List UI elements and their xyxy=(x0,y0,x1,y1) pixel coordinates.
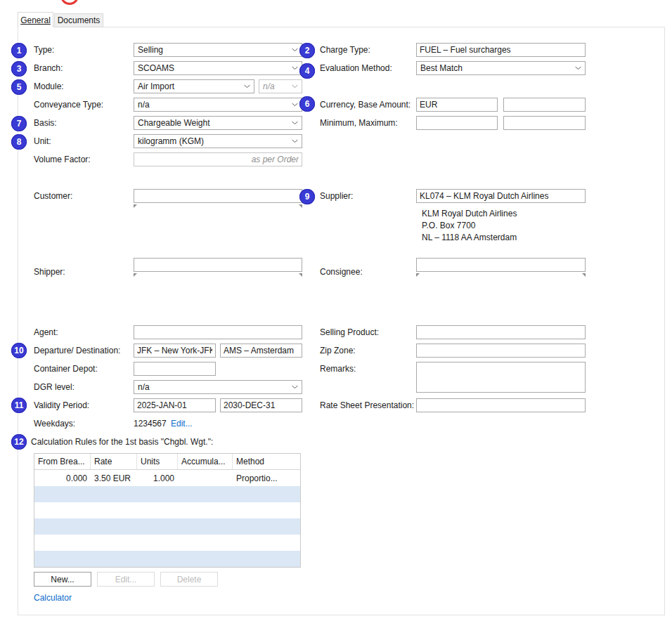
customer-label: Customer: xyxy=(34,191,72,201)
chevron-down-icon xyxy=(575,67,581,70)
weekdays-edit-link[interactable]: Edit... xyxy=(171,419,193,429)
agent-label: Agent: xyxy=(34,327,58,337)
evaluation-method-dropdown[interactable]: Best Match xyxy=(416,61,586,75)
zip-zone-input[interactable] xyxy=(416,344,586,358)
dgr-level-dropdown[interactable]: n/a xyxy=(134,380,302,394)
empty-table-row xyxy=(34,551,300,567)
column-header[interactable]: Accumula... xyxy=(178,454,233,469)
evaluation-method-value: Best Match xyxy=(420,63,463,73)
validity-from-input[interactable] xyxy=(134,398,216,412)
cell-from-break: 0.000 xyxy=(34,473,91,483)
module-secondary-dropdown[interactable]: n/a xyxy=(259,79,302,93)
column-header[interactable]: From Brea... xyxy=(34,454,91,469)
empty-table-row xyxy=(34,486,300,502)
module-dropdown[interactable]: Air Import xyxy=(134,79,254,93)
annotation-badge-2: 2 xyxy=(299,43,315,58)
chevron-down-icon xyxy=(292,103,298,107)
calculator-link[interactable]: Calculator xyxy=(34,593,72,603)
expand-indicator xyxy=(582,273,586,277)
annotation-badge-4: 4 xyxy=(299,63,315,79)
branch-dropdown[interactable]: SCOAMS xyxy=(134,61,302,75)
departure-destination-label: Departure/ Destination: xyxy=(34,346,120,355)
branch-value: SCOAMS xyxy=(138,63,174,73)
base-amount-input[interactable] xyxy=(503,98,586,112)
agent-input[interactable] xyxy=(134,325,302,339)
evaluation-method-label: Evaluation Method: xyxy=(320,63,392,73)
column-header[interactable]: Method xyxy=(233,454,300,469)
edit-button-label: Edit... xyxy=(115,575,137,584)
chevron-down-icon xyxy=(292,48,298,52)
cell-units: 1.000 xyxy=(137,473,178,483)
annotation-badge-11: 11 xyxy=(11,398,27,413)
shipper-input[interactable] xyxy=(134,258,302,272)
table-row[interactable]: 0.000 3.50 EUR 1.000 Proportio... xyxy=(34,470,300,486)
delete-button[interactable]: Delete xyxy=(160,572,218,587)
annotation-badge-8: 8 xyxy=(11,134,27,150)
delete-button-label: Delete xyxy=(177,575,202,584)
destination-input[interactable] xyxy=(220,344,302,358)
supplier-input[interactable] xyxy=(416,189,586,203)
chevron-down-icon xyxy=(292,85,298,89)
conveyance-type-label: Conveyance Type: xyxy=(34,100,103,110)
expand-indicator xyxy=(299,204,302,208)
tab-general[interactable]: General xyxy=(18,12,53,27)
maximum-input[interactable] xyxy=(503,116,586,130)
selling-product-label: Selling Product: xyxy=(320,327,379,337)
cell-method: Proportio... xyxy=(233,473,300,483)
supplier-address-line1: KLM Royal Dutch Airlines xyxy=(422,208,517,220)
remarks-label: Remarks: xyxy=(320,364,356,374)
rate-sheet-presentation-input[interactable] xyxy=(416,398,586,412)
charge-type-label: Charge Type: xyxy=(320,45,370,55)
consignee-label: Consignee: xyxy=(320,267,363,277)
zip-zone-label: Zip Zone: xyxy=(320,346,356,355)
type-dropdown[interactable]: Selling xyxy=(134,43,302,57)
new-button[interactable]: New... xyxy=(34,572,91,587)
chevron-down-icon xyxy=(292,122,298,125)
empty-table-row xyxy=(34,518,300,535)
minimum-input[interactable] xyxy=(416,116,498,130)
container-depot-input[interactable] xyxy=(134,362,216,376)
calc-rules-table[interactable]: From Brea... Rate Units Accumula... Meth… xyxy=(34,453,301,568)
currency-base-amount-label: Currency, Base Amount: xyxy=(320,100,411,110)
validity-to-input[interactable] xyxy=(220,398,302,412)
branch-label: Branch: xyxy=(34,63,63,73)
annotation-badge-1: 1 xyxy=(11,43,27,58)
chevron-down-icon xyxy=(292,140,298,143)
currency-input[interactable] xyxy=(416,98,498,112)
column-header[interactable]: Units xyxy=(137,454,178,469)
basis-dropdown[interactable]: Chargeable Weight xyxy=(134,116,302,130)
conveyance-type-dropdown[interactable]: n/a xyxy=(134,98,302,112)
minimum-maximum-label: Minimum, Maximum: xyxy=(320,118,398,128)
red-annotation-arc xyxy=(60,0,79,5)
consignee-input[interactable] xyxy=(416,258,586,272)
volume-factor-input[interactable] xyxy=(134,152,302,166)
departure-input[interactable] xyxy=(134,344,216,358)
unit-dropdown[interactable]: kilogramm (KGM) xyxy=(134,134,302,148)
charge-type-input[interactable] xyxy=(416,43,586,57)
empty-table-row xyxy=(34,502,300,518)
annotation-badge-10: 10 xyxy=(11,343,27,358)
customer-input[interactable] xyxy=(134,189,302,203)
edit-button[interactable]: Edit... xyxy=(97,572,155,587)
supplier-label: Supplier: xyxy=(320,191,353,201)
selling-product-input[interactable] xyxy=(416,325,586,339)
annotation-badge-9: 9 xyxy=(299,189,315,204)
dgr-level-value: n/a xyxy=(138,382,150,392)
chevron-down-icon xyxy=(292,386,298,389)
weekdays-value: 1234567 xyxy=(134,419,167,429)
remarks-textarea[interactable] xyxy=(416,362,586,393)
table-header-row: From Brea... Rate Units Accumula... Meth… xyxy=(34,454,300,470)
annotation-badge-6: 6 xyxy=(299,96,315,112)
calc-rules-title: Calculation Rules for the 1st basis "Chg… xyxy=(31,437,213,447)
column-header[interactable]: Rate xyxy=(91,454,137,469)
rate-registration-form: General Documents Type: Selling Charge T… xyxy=(0,0,672,621)
volume-factor-label: Volume Factor: xyxy=(34,155,91,164)
tab-documents[interactable]: Documents xyxy=(54,13,103,27)
dgr-level-label: DGR level: xyxy=(34,382,75,392)
container-depot-label: Container Depot: xyxy=(34,364,98,374)
supplier-address-line3: NL – 1118 AA Amsterdam xyxy=(422,232,517,244)
annotation-badge-5: 5 xyxy=(11,79,27,95)
expand-indicator xyxy=(299,273,302,277)
tab-documents-label: Documents xyxy=(58,15,101,25)
chevron-down-icon xyxy=(292,67,298,70)
